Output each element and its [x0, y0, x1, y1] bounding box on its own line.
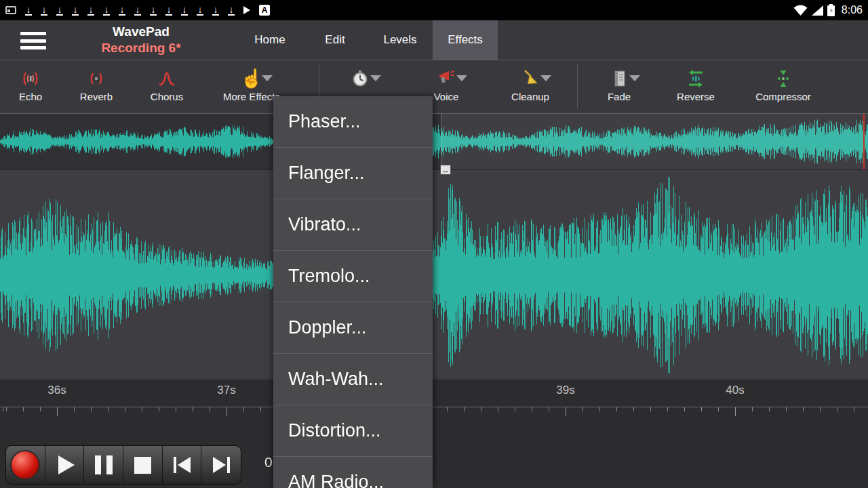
- download-icon: ↓: [165, 5, 172, 16]
- tab-effects[interactable]: Effects: [433, 20, 498, 60]
- skip-end-button[interactable]: [201, 446, 241, 484]
- download-icon: ↓: [72, 5, 79, 16]
- ribbon-tabs: Home Edit Levels Effects: [237, 20, 498, 60]
- toolbar-label: Voice: [434, 91, 459, 102]
- transport-bar: [5, 445, 241, 485]
- record-button[interactable]: [6, 446, 45, 484]
- menu-item-distortion[interactable]: Distortion...: [273, 405, 433, 457]
- skip-start-button[interactable]: [163, 446, 202, 484]
- selection-resize-handle-icon[interactable]: ↔: [440, 165, 451, 175]
- timeline-label: 37s: [217, 384, 235, 397]
- download-icon: ↓: [25, 5, 32, 16]
- menu-item-am-radio[interactable]: AM Radio...: [273, 457, 433, 488]
- overview-waveform[interactable]: ↔: [0, 114, 868, 169]
- compressor-button[interactable]: Compressor: [748, 60, 818, 113]
- download-icon: ↓: [87, 5, 94, 16]
- broom-icon: [520, 66, 540, 91]
- fade-button[interactable]: Fade: [595, 60, 643, 113]
- record-icon: [10, 450, 40, 480]
- pause-icon: [95, 455, 113, 474]
- menu-item-wah-wah[interactable]: Wah-Wah...: [273, 354, 433, 405]
- menu-item-tremolo[interactable]: Tremolo...: [273, 251, 433, 302]
- stopwatch-icon: [350, 66, 370, 91]
- app-title: WavePad: [75, 24, 208, 40]
- wifi-icon: [793, 5, 808, 16]
- chorus-icon: [157, 66, 177, 91]
- timeline-label: 36s: [47, 384, 66, 397]
- download-icon-group: ↓↓↓↓↓↓↓↓↓↓↓↓↓↓: [25, 5, 235, 16]
- chevron-down-icon: [540, 75, 551, 81]
- major-tick: [566, 407, 566, 416]
- timeline-label: 40s: [726, 384, 744, 397]
- a-badge-icon: A: [259, 5, 270, 16]
- toolbar-label: More Effects: [223, 91, 280, 102]
- wavepad-app: ↓↓↓↓↓↓↓↓↓↓↓↓↓↓ A 8:06 WavePad Recording …: [0, 0, 868, 488]
- cleanup-button[interactable]: Cleanup: [500, 60, 560, 113]
- skip-start-icon: [174, 457, 191, 473]
- toolbar-label: Cleanup: [511, 91, 549, 102]
- status-left-icons: ↓↓↓↓↓↓↓↓↓↓↓↓↓↓ A: [5, 5, 270, 16]
- stop-icon: [134, 457, 151, 474]
- download-icon: ↓: [134, 5, 141, 16]
- main-waveform[interactable]: [0, 169, 868, 380]
- play-icon: [58, 455, 75, 474]
- document-title: Recording 6*: [75, 40, 208, 56]
- echo-button[interactable]: Echo: [5, 60, 56, 113]
- tab-edit[interactable]: Edit: [302, 20, 368, 60]
- chevron-down-icon: [629, 75, 640, 81]
- tab-home[interactable]: Home: [237, 20, 302, 60]
- hand-pointer-icon: ☝: [240, 66, 263, 91]
- chevron-down-icon: [456, 75, 467, 81]
- skip-end-icon: [213, 457, 230, 473]
- fade-icon: [609, 66, 629, 91]
- main-waveform-canvas[interactable]: [0, 170, 868, 380]
- minor-ticks: [0, 407, 868, 411]
- major-tick: [735, 407, 736, 416]
- reverb-button[interactable]: Reverb: [66, 60, 126, 113]
- status-right-icons: 8:06: [793, 4, 863, 16]
- signal-icon: [812, 5, 823, 16]
- title-block: WavePad Recording 6*: [75, 24, 208, 56]
- download-icon: ↓: [103, 5, 110, 16]
- chevron-down-icon: [262, 75, 273, 81]
- reverb-icon: [86, 66, 106, 91]
- download-icon: ↓: [212, 5, 219, 16]
- tab-levels[interactable]: Levels: [368, 20, 433, 60]
- stop-button[interactable]: [123, 446, 163, 484]
- reverse-button[interactable]: Reverse: [666, 60, 726, 113]
- playback-cursor: [863, 114, 865, 169]
- download-icon: ↓: [197, 5, 203, 16]
- echo-icon: [20, 66, 41, 91]
- pause-button[interactable]: [84, 446, 123, 484]
- play-button[interactable]: [45, 446, 85, 484]
- download-icon: ↓: [41, 5, 47, 16]
- chevron-down-icon: [370, 75, 381, 81]
- menu-hamburger-icon[interactable]: [20, 32, 47, 49]
- menu-item-phaser[interactable]: Phaser...: [273, 96, 433, 148]
- battery-icon: [827, 4, 835, 16]
- toolbar-label: Echo: [19, 91, 42, 102]
- download-icon: ↓: [228, 5, 235, 16]
- media-play-icon: [243, 6, 250, 14]
- megaphone-icon: [436, 66, 456, 91]
- major-tick: [57, 407, 58, 416]
- status-bar: ↓↓↓↓↓↓↓↓↓↓↓↓↓↓ A 8:06: [0, 0, 868, 20]
- menu-item-flanger[interactable]: Flanger...: [273, 148, 433, 199]
- effects-toolbar: Echo Reverb Chorus ☝: [0, 60, 868, 114]
- major-tick: [226, 407, 227, 416]
- toolbar-label: Chorus: [151, 91, 183, 102]
- download-icon: ↓: [150, 5, 157, 16]
- timeline-label: 39s: [556, 384, 574, 397]
- toolbar-label: Reverse: [677, 91, 715, 102]
- screenshot-icon: [5, 6, 16, 14]
- overview-selection[interactable]: [441, 114, 868, 169]
- chorus-button[interactable]: Chorus: [134, 60, 199, 113]
- download-icon: ↓: [56, 5, 63, 16]
- compressor-icon: [773, 66, 793, 91]
- toolbar-separator: [577, 64, 578, 109]
- download-icon: ↓: [181, 5, 188, 16]
- toolbar-label: Fade: [608, 91, 631, 102]
- menu-item-vibrato[interactable]: Vibrato...: [273, 199, 433, 251]
- menu-item-doppler[interactable]: Doppler...: [273, 302, 433, 354]
- toolbar-label: Compressor: [755, 91, 811, 102]
